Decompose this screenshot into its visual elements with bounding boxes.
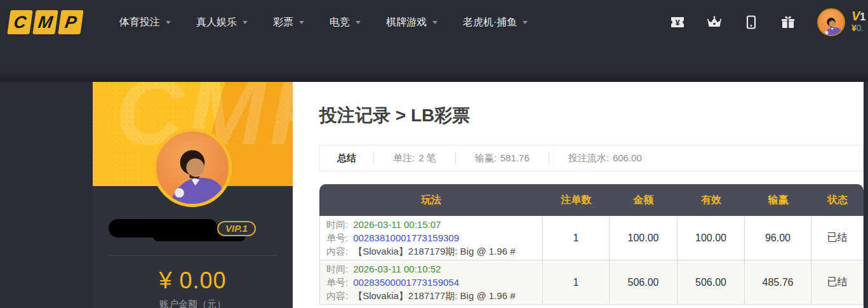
winloss-cell: 485.76 <box>745 260 811 305</box>
bet-count-cell: 1 <box>543 260 610 305</box>
menu-label: 真人娱乐 <box>196 16 237 29</box>
summary-winloss: 输赢:581.76 <box>456 152 549 164</box>
chevron-down-icon <box>166 21 171 27</box>
sidebar-divider <box>109 255 277 256</box>
menu-item-slots-fishing[interactable]: 老虎机·捕鱼 <box>463 16 528 29</box>
content-area: CMP VIP.1 ¥ 0.00 账户金额（元） 投注记录 > LB彩票 总结 … <box>93 82 864 308</box>
time-label: 时间: <box>326 264 348 274</box>
bet-time: 2026-03-11 00:15:07 <box>353 219 441 230</box>
account-balance: ¥ 0.00 <box>93 267 293 294</box>
valid-cell: 506.00 <box>678 260 745 305</box>
table-row: 时间:2026-03-11 00:15:07 单号:00283810001773… <box>319 216 864 260</box>
main-menu: 体育投注 真人娱乐 彩票 电竞 棋牌游戏 老虎机·捕鱼 <box>119 16 528 29</box>
order-number-link[interactable]: 00283500001773159054 <box>353 277 459 288</box>
bet-content: 【Slovakia】2187179期: Big @ 1.96 # <box>353 246 515 257</box>
bet-content: 【Slovakia】2187177期: Big @ 1.96 # <box>353 290 515 301</box>
account-balance-label: 账户金额（元） <box>93 298 293 308</box>
vip-badge: VIP.1 <box>217 221 256 236</box>
header-shadow <box>0 71 868 82</box>
col-header-winloss: 输赢 <box>745 184 811 216</box>
top-navbar: C M P 体育投注 真人娱乐 彩票 电竞 棋牌游戏 老虎机·捕鱼 ¥ <box>0 0 868 44</box>
profile-avatar[interactable] <box>153 128 232 207</box>
valid-cell: 100.00 <box>678 216 745 260</box>
gift-icon[interactable] <box>780 15 796 30</box>
order-number-link[interactable]: 00283810001773159309 <box>353 232 459 243</box>
navbar-balance: 0. <box>857 23 864 33</box>
bet-count-cell: 1 <box>543 216 610 260</box>
device-icon[interactable] <box>744 15 759 30</box>
time-label: 时间: <box>326 219 348 230</box>
chevron-down-icon <box>356 21 361 27</box>
chevron-down-icon <box>299 21 304 27</box>
logo-letter: M <box>32 10 58 34</box>
menu-label: 老虎机·捕鱼 <box>463 16 517 29</box>
currency-symbol: ¥ <box>851 23 857 33</box>
summary-bar: 总结 单注:2 笔 输赢:581.76 投注流水:606.00 <box>319 145 864 171</box>
vip-level: 1 <box>860 11 865 22</box>
summary-label: 输赢: <box>475 152 497 163</box>
menu-item-lottery[interactable]: 彩票 <box>273 16 304 29</box>
content-label: 内容: <box>326 290 348 301</box>
logo-letter: C <box>7 10 32 34</box>
navbar-right: ¥ V1 ¥0. <box>670 0 868 44</box>
menu-item-sports[interactable]: 体育投注 <box>119 16 171 29</box>
redacted-username <box>109 219 218 238</box>
crown-icon[interactable] <box>707 15 722 30</box>
playtype-cell: 时间:2026-03-11 00:10:52 单号:00283500001773… <box>319 260 543 305</box>
amount-cell: 506.00 <box>610 260 678 305</box>
menu-item-board-games[interactable]: 棋牌游戏 <box>386 16 437 29</box>
status-cell: 已结 <box>811 216 864 260</box>
menu-label: 棋牌游戏 <box>386 16 427 29</box>
summary-value: 606.00 <box>613 152 642 163</box>
table-row: 时间:2026-03-11 00:10:52 单号:00283500001773… <box>319 260 864 305</box>
vip-letter: V <box>851 9 860 23</box>
voucher-icon[interactable]: ¥ <box>670 15 685 30</box>
svg-text:¥: ¥ <box>675 18 680 27</box>
col-header-bet-count: 注单数 <box>543 184 610 216</box>
main-panel: 投注记录 > LB彩票 总结 单注:2 笔 输赢:581.76 投注流水:606… <box>293 82 864 308</box>
bet-time: 2026-03-11 00:10:52 <box>353 264 441 274</box>
col-header-status: 状态 <box>811 184 864 216</box>
profile-sidebar: CMP VIP.1 ¥ 0.00 账户金额（元） <box>93 82 293 308</box>
col-header-amount: 金额 <box>610 184 678 216</box>
breadcrumb: 投注记录 > LB彩票 <box>319 104 864 128</box>
status-cell: 已结 <box>811 260 864 305</box>
col-header-playtype: 玩法 <box>319 184 543 216</box>
bet-records-table: 玩法 注单数 金额 有效 输赢 状态 时间:2026-03-11 00:15:0… <box>319 184 864 305</box>
summary-value: 581.76 <box>500 152 530 163</box>
summary-value: 2 笔 <box>418 152 436 163</box>
summary-label: 投注流水: <box>568 152 609 163</box>
menu-label: 体育投注 <box>119 16 160 29</box>
table-header-row: 玩法 注单数 金额 有效 输赢 状态 <box>319 184 864 216</box>
logo-letter: P <box>58 10 83 34</box>
menu-label: 彩票 <box>273 16 293 29</box>
cmp-logo[interactable]: C M P <box>9 10 85 34</box>
content-label: 内容: <box>326 246 348 257</box>
chevron-down-icon <box>523 21 528 27</box>
menu-label: 电竞 <box>330 16 350 29</box>
menu-item-esports[interactable]: 电竞 <box>330 16 361 29</box>
chevron-down-icon <box>243 21 248 27</box>
summary-bet-count: 单注:2 笔 <box>374 152 455 164</box>
user-account-chip[interactable]: V1 ¥0. <box>817 8 868 36</box>
avatar[interactable] <box>817 8 845 36</box>
winloss-cell: 96.00 <box>745 216 811 260</box>
order-label: 单号: <box>326 232 348 243</box>
col-header-valid: 有效 <box>678 184 745 216</box>
summary-turnover: 投注流水:606.00 <box>549 152 661 164</box>
menu-item-live-casino[interactable]: 真人娱乐 <box>196 16 248 29</box>
user-meta: V1 ¥0. <box>851 11 868 34</box>
playtype-cell: 时间:2026-03-11 00:15:07 单号:00283810001773… <box>319 216 543 260</box>
summary-title: 总结 <box>320 152 373 164</box>
order-label: 单号: <box>326 277 348 288</box>
chevron-down-icon <box>432 21 437 27</box>
summary-label: 单注: <box>393 152 415 163</box>
amount-cell: 100.00 <box>610 216 678 260</box>
